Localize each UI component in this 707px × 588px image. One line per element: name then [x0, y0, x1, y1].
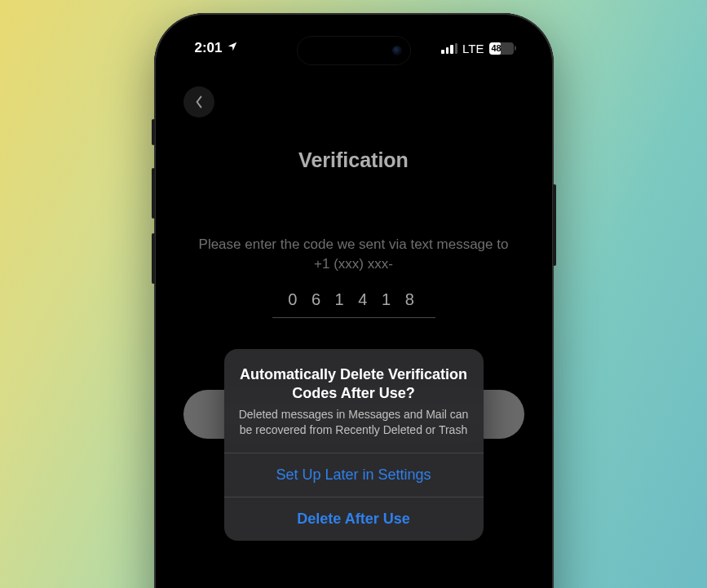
alert-dialog: Automatically Delete Verification Codes … [224, 349, 484, 541]
content-area: Verification Please enter the code we se… [166, 72, 542, 588]
status-right: LTE 48 [441, 42, 515, 55]
page-title: Verification [166, 148, 542, 172]
phone-frame: 2:01 LTE 48 [154, 13, 554, 588]
battery-icon: 48 [489, 42, 516, 55]
power-button [553, 184, 556, 266]
alert-header: Automatically Delete Verification Codes … [224, 349, 484, 453]
network-label: LTE [462, 42, 484, 55]
alert-title: Automatically Delete Verification Codes … [239, 365, 469, 402]
battery-level: 48 [492, 43, 502, 53]
volume-up-button [152, 168, 155, 219]
code-input-wrap[interactable]: 0 6 1 4 1 8 [272, 290, 435, 318]
alert-body: Deleted messages in Messages and Mail ca… [239, 407, 469, 438]
camera-icon [392, 46, 402, 55]
location-icon [227, 40, 238, 56]
screen: 2:01 LTE 48 [166, 24, 542, 588]
instructions-text: Please enter the code we sent via text m… [198, 235, 510, 274]
status-time: 2:01 [195, 40, 223, 56]
alert-delete-button[interactable]: Delete After Use [224, 497, 484, 541]
back-button[interactable] [183, 86, 214, 117]
chevron-left-icon [194, 95, 204, 108]
mute-switch [152, 119, 155, 145]
verification-code-input[interactable]: 0 6 1 4 1 8 [272, 290, 435, 318]
dynamic-island [297, 36, 411, 65]
volume-down-button [152, 233, 155, 284]
signal-icon [441, 43, 457, 54]
status-left: 2:01 [195, 40, 238, 56]
alert-later-button[interactable]: Set Up Later in Settings [224, 453, 484, 497]
